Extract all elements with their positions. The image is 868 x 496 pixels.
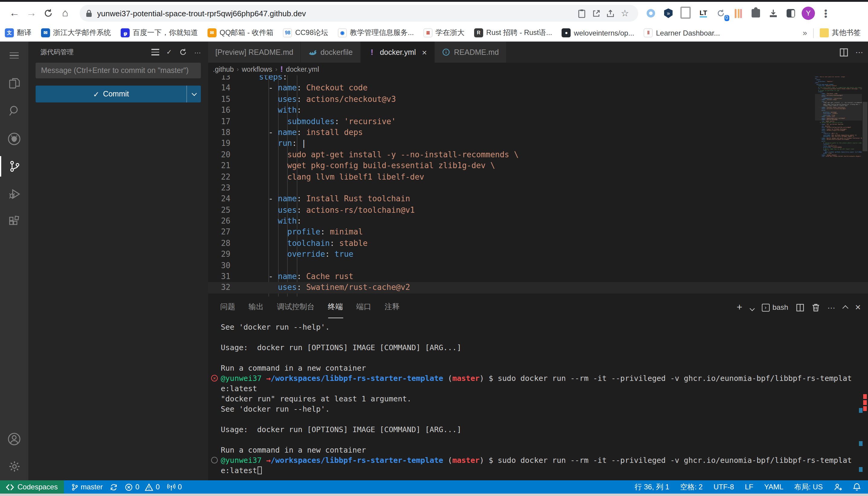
code-line-14[interactable]: 14 - name: Checkout code [208,83,868,94]
code-line-17[interactable]: 17 submodules: 'recursive' [208,116,868,127]
code-line-29[interactable]: 29 override: true [208,249,868,260]
editor-tab--preview-readme-md[interactable]: [Preview] README.md [208,42,301,63]
extensions-icon[interactable] [0,208,28,236]
shield-extension-icon[interactable]: » [662,6,675,20]
circle-extension-icon[interactable] [644,6,658,20]
commit-button[interactable]: ✓Commit [35,86,201,103]
eol-sequence[interactable]: LF [745,483,753,491]
code-line-25[interactable]: 25 uses: actions-rs/toolchain@v1 [208,205,868,216]
source-control-icon[interactable] [0,153,28,180]
code-line-32[interactable]: 32 uses: Swatinem/rust-cache@v2 [208,282,868,294]
terminal-dropdown-icon[interactable] [750,303,754,312]
bookmark-item[interactable]: ≣学在浙大 [423,28,464,38]
code-editor[interactable]: 13 steps:14 - name: Checkout code15 uses… [208,75,868,296]
minimap-viewport[interactable] [815,94,862,121]
code-line-16[interactable]: 16 with: [208,105,868,116]
kill-terminal-trash-icon[interactable] [812,303,820,312]
new-terminal-icon[interactable]: + [737,302,743,313]
editor-tab-dockerfile[interactable]: dockerfile [301,42,360,63]
puzzle-extensions-icon[interactable] [749,6,762,20]
more-actions-icon[interactable]: ··· [194,48,201,56]
editor-tab-readme-md[interactable]: README.md [435,42,507,63]
indentation[interactable]: 空格: 2 [680,482,703,492]
code-line-23[interactable]: 23 [208,183,868,194]
profile-avatar[interactable]: Y [802,6,815,20]
terminal-output[interactable]: See 'docker run --help'.Usage: docker ru… [208,318,868,480]
bookmarks-overflow-chevron[interactable]: » [803,28,807,37]
terminal-instance-bash[interactable]: ›bash [762,303,788,312]
close-tab-icon[interactable]: × [422,47,427,57]
panel-tab-2[interactable]: 调试控制台 [277,296,315,318]
cursor-position[interactable]: 行 36, 列 1 [634,482,669,492]
code-line-13[interactable]: 13 steps: [208,75,868,83]
github-icon[interactable] [0,125,28,153]
code-line-18[interactable]: 18 - name: install deps [208,127,868,138]
code-line-28[interactable]: 28 toolchain: stable [208,238,868,249]
bookmark-item[interactable]: ◉教学管理信息服务... [338,28,414,38]
editor-tab-docker-yml[interactable]: !docker.yml× [360,42,435,63]
feedback-icon[interactable] [834,483,842,491]
panel-tab-4[interactable]: 端口 [356,296,371,318]
clipboard-icon[interactable] [574,6,589,20]
code-line-15[interactable]: 15 uses: actions/checkout@v3 [208,94,868,105]
code-line-30[interactable]: 30 [208,260,868,271]
open-in-new-icon[interactable] [589,6,603,20]
other-bookmarks-folder[interactable]: 其他书签 [820,28,861,38]
notifications-bell-icon[interactable] [853,483,861,491]
panel-tab-3[interactable]: 终端 [328,296,343,318]
remote-indicator-codespaces[interactable]: Codespaces [0,480,64,494]
split-terminal-icon[interactable] [796,304,804,311]
ports-indicator[interactable]: 0 [167,483,182,491]
bookmark-item[interactable]: ●weloveinterns/op... [562,28,634,37]
run-debug-icon[interactable] [0,180,28,208]
bookmark-item[interactable]: 文翻译 [5,28,31,38]
code-line-19[interactable]: 19 run: | [208,138,868,150]
breadcrumb-item[interactable]: docker.yml [286,65,319,73]
view-and-sort-icon[interactable] [151,49,159,56]
panel-more-actions-icon[interactable]: ··· [827,303,835,312]
bookmark-item[interactable]: ‖Learner Dashboar... [644,28,720,37]
code-line-31[interactable]: 31 - name: Cache rust [208,271,868,282]
bookmark-item[interactable]: ௐ百度一下，你就知道 [121,28,198,38]
share-icon[interactable] [603,6,618,20]
bookmark-item[interactable]: ✉QQ邮箱 - 收件箱 [208,28,273,38]
keyboard-layout[interactable]: 布局: US [794,482,823,492]
code-line-26[interactable]: 26 with: [208,216,868,227]
browser-menu-icon[interactable]: ••• [819,6,833,20]
reload-icon[interactable] [40,5,57,22]
languagetool-extension-icon[interactable]: LT [697,6,710,20]
highlighter-extension-icon[interactable] [732,6,745,20]
bookmark-star-icon[interactable]: ☆ [618,6,632,20]
breadcrumb-item[interactable]: .github [213,65,234,73]
maximize-panel-icon[interactable] [843,303,847,312]
close-panel-icon[interactable]: × [855,302,861,313]
back-icon[interactable]: ← [6,5,23,22]
home-icon[interactable]: ⌂ [57,5,74,22]
panel-tab-1[interactable]: 输出 [249,296,264,318]
bookmark-item[interactable]: 98CC98论坛 [283,28,328,38]
panel-tab-5[interactable]: 注释 [385,296,400,318]
bookmark-item[interactable]: RRust 招聘 - Rust语... [474,28,552,38]
account-icon[interactable] [0,425,28,453]
refresh-badge-extension-icon[interactable]: 0 [714,6,728,20]
encoding[interactable]: UTF-8 [714,483,734,491]
url-text[interactable]: yunwei37-potential-space-trout-rpr5qwj66… [97,9,574,18]
commit-message-input[interactable] [35,63,201,78]
search-icon[interactable] [0,97,28,125]
refresh-icon[interactable] [179,48,187,56]
forward-icon[interactable]: → [23,5,40,22]
code-line-20[interactable]: 20 sudo apt-get install -y --no-install-… [208,149,868,160]
commit-check-icon[interactable]: ✓ [166,48,172,56]
notes-extension-icon[interactable] [679,6,692,20]
download-icon[interactable] [767,6,780,20]
split-editor-icon[interactable] [840,48,848,56]
settings-gear-icon[interactable] [0,453,28,480]
code-line-24[interactable]: 24 - name: Install Rust toolchain [208,194,868,205]
address-bar[interactable]: yunwei37-potential-space-trout-rpr5qwj66… [80,5,638,22]
sync-changes-button[interactable] [110,483,118,491]
breadcrumb-item[interactable]: workflows [242,65,272,73]
problems-indicator[interactable]: 0 0 [125,483,160,491]
code-line-22[interactable]: 22 clang llvm libelf1 libelf-dev [208,171,868,183]
code-line-27[interactable]: 27 profile: minimal [208,227,868,238]
language-mode[interactable]: YAML [764,483,783,491]
